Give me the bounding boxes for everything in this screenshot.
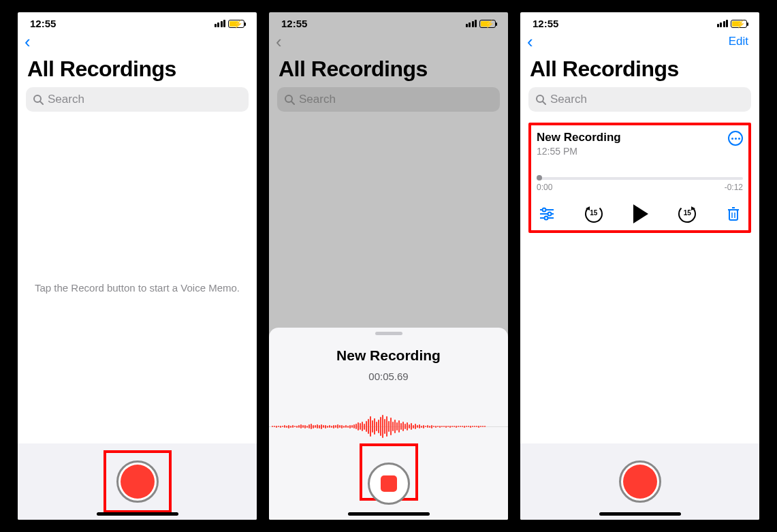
scrubber-knob[interactable] xyxy=(537,175,542,181)
back-button[interactable]: ‹ xyxy=(276,33,282,50)
sheet-grabber[interactable] xyxy=(375,332,402,335)
waveform xyxy=(269,403,508,450)
page-title: All Recordings xyxy=(269,54,508,87)
back-button[interactable]: ‹ xyxy=(25,33,31,50)
play-icon xyxy=(633,204,648,223)
nav-bar: ‹ Edit xyxy=(520,31,759,54)
screen-recording-saved: 12:55 ⚡ ‹ Edit All Recordings New Record… xyxy=(520,12,759,520)
status-bar: 12:55 ⚡ xyxy=(18,12,257,31)
stop-button[interactable] xyxy=(368,463,410,505)
recording-sheet: New Recording 00:05.69 xyxy=(269,328,508,520)
record-button[interactable] xyxy=(619,460,661,503)
stop-icon xyxy=(381,475,397,492)
nav-bar: ‹ xyxy=(269,31,508,54)
record-icon xyxy=(121,465,155,499)
svg-point-7 xyxy=(543,208,546,212)
svg-point-11 xyxy=(545,217,548,220)
scrubber[interactable] xyxy=(537,177,743,180)
screen-recording-active: 12:55 ⚡ ‹ All Recordings New Recording 0… xyxy=(269,12,508,520)
status-icons: ⚡ xyxy=(215,20,245,28)
nav-bar: ‹ xyxy=(18,31,257,54)
search-icon xyxy=(33,94,44,105)
skip-forward-15-button[interactable]: ▸ 15 xyxy=(678,204,697,223)
empty-hint: Tap the Record button to start a Voice M… xyxy=(18,282,257,294)
recording-title: New Recording xyxy=(537,131,621,144)
cellular-icon xyxy=(466,20,477,27)
search-field[interactable] xyxy=(277,87,500,112)
status-time: 12:55 xyxy=(533,18,558,29)
search-icon xyxy=(535,94,546,105)
status-bar: 12:55 ⚡ xyxy=(520,12,759,31)
record-toolbar xyxy=(18,443,257,520)
status-icons: ⚡ xyxy=(466,20,496,28)
recording-timestamp: 12:55 PM xyxy=(537,146,621,157)
delete-button[interactable] xyxy=(727,206,740,221)
status-time: 12:55 xyxy=(30,18,56,29)
more-button[interactable] xyxy=(728,131,743,146)
page-title: All Recordings xyxy=(18,54,257,87)
home-indicator[interactable] xyxy=(599,512,681,516)
search-icon xyxy=(284,94,295,105)
page-title: All Recordings xyxy=(520,54,759,87)
search-field[interactable] xyxy=(528,87,751,112)
home-indicator[interactable] xyxy=(348,512,430,516)
search-input[interactable] xyxy=(299,93,493,106)
skip-back-15-button[interactable]: ◂ 15 xyxy=(584,204,603,223)
battery-icon: ⚡ xyxy=(731,20,747,28)
trash-icon xyxy=(727,206,740,221)
record-button[interactable] xyxy=(116,460,159,503)
record-icon xyxy=(623,465,657,499)
edit-button[interactable]: Edit xyxy=(729,35,752,48)
cellular-icon xyxy=(215,20,226,27)
recording-timer: 00:05.69 xyxy=(368,371,408,382)
home-indicator[interactable] xyxy=(97,512,178,516)
record-toolbar xyxy=(520,443,759,520)
screen-empty-state: 12:55 ⚡ ‹ All Recordings Tap the Record … xyxy=(18,12,257,520)
cellular-icon xyxy=(717,20,729,27)
recording-card[interactable]: New Recording 12:55 PM 0:00 -0:12 xyxy=(528,123,751,233)
options-button[interactable] xyxy=(539,207,554,221)
battery-icon: ⚡ xyxy=(228,20,244,28)
sliders-icon xyxy=(539,207,554,221)
status-bar: 12:55 ⚡ xyxy=(269,12,508,31)
search-field[interactable] xyxy=(26,87,249,112)
status-time: 12:55 xyxy=(281,18,307,29)
svg-line-1 xyxy=(40,101,43,104)
svg-line-5 xyxy=(543,101,545,104)
search-input[interactable] xyxy=(550,93,744,106)
battery-icon: ⚡ xyxy=(479,20,496,28)
ellipsis-icon xyxy=(731,138,740,140)
svg-point-9 xyxy=(548,213,552,216)
svg-line-3 xyxy=(291,101,294,104)
back-button[interactable]: ‹ xyxy=(527,33,533,50)
time-elapsed: 0:00 xyxy=(537,183,552,192)
play-button[interactable] xyxy=(633,204,648,223)
search-input[interactable] xyxy=(48,93,242,106)
recording-name: New Recording xyxy=(336,347,441,364)
status-icons: ⚡ xyxy=(717,20,748,28)
svg-rect-12 xyxy=(729,210,738,220)
time-remaining: -0:12 xyxy=(725,183,743,192)
